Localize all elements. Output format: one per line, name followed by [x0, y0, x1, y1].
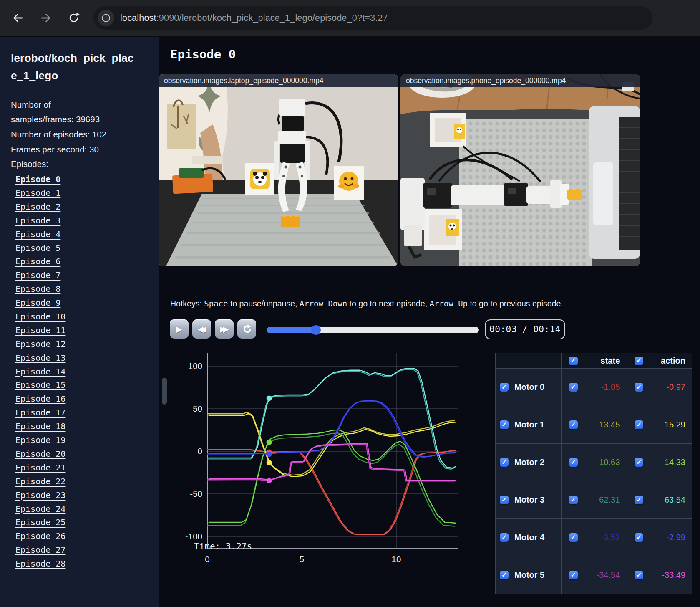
motor-2-action-checkbox[interactable]: [635, 458, 643, 467]
episode-link-episode-13[interactable]: Episode 13: [15, 353, 65, 363]
episode-link-episode-17[interactable]: Episode 17: [15, 407, 65, 417]
episode-link-episode-5[interactable]: Episode 5: [15, 243, 60, 253]
episode-link-episode-16[interactable]: Episode 16: [15, 394, 65, 404]
plot-area: [207, 369, 456, 535]
episode-list-item: Episode 2: [15, 200, 159, 213]
episode-link-episode-2[interactable]: Episode 2: [15, 202, 60, 212]
motor-2-action-value: 14.33: [665, 458, 685, 467]
video-title: observation.images.laptop_episode_000000…: [159, 74, 398, 87]
sticker-card-hug: [334, 166, 364, 200]
table-row-motor-2: Motor 210.6314.33: [496, 444, 692, 481]
page-title: Episode 0: [170, 47, 236, 61]
episode-link-episode-15[interactable]: Episode 15: [15, 380, 65, 390]
episode-link-episode-19[interactable]: Episode 19: [15, 435, 65, 445]
episode-list-item: Episode 16: [15, 392, 159, 406]
table-row-motor-1: Motor 1-13.45-15.29: [496, 406, 692, 444]
episode-link-episode-14[interactable]: Episode 14: [15, 367, 65, 377]
episode-link-episode-12[interactable]: Episode 12: [15, 339, 65, 349]
episode-list: Episode 0Episode 1Episode 2Episode 3Epis…: [0, 172, 159, 571]
episode-list-item: Episode 6: [15, 255, 159, 268]
motor-4-action-value: -2.99: [666, 533, 685, 542]
action-column-label: action: [661, 356, 685, 366]
episode-link-episode-18[interactable]: Episode 18: [15, 421, 65, 431]
motor-0-action-value: -0.97: [666, 382, 685, 392]
action-column-checkbox[interactable]: [635, 357, 643, 365]
chart-line-motor-2-action: [209, 430, 456, 523]
back-icon[interactable]: [8, 8, 28, 28]
motor-4-checkbox[interactable]: [500, 533, 509, 542]
motor-5-state-checkbox[interactable]: [569, 571, 578, 579]
motor-0-checkbox[interactable]: [500, 383, 509, 392]
motor-3-action-value: 63.54: [665, 495, 685, 505]
episode-link-episode-28[interactable]: Episode 28: [15, 559, 65, 569]
episode-list-item: Episode 11: [15, 323, 159, 337]
hotkey-key: Space: [204, 299, 228, 308]
video-laptop[interactable]: observation.images.laptop_episode_000000…: [159, 74, 398, 266]
episode-link-episode-27[interactable]: Episode 27: [15, 545, 65, 555]
motor-5-action-checkbox[interactable]: [635, 571, 643, 579]
x-tick-label: 10: [392, 554, 401, 564]
episode-list-item: Episode 21: [15, 460, 159, 474]
motor-1-state-checkbox[interactable]: [569, 420, 578, 429]
episode-list-item: Episode 22: [15, 474, 159, 488]
dataset-info: Number ofsamples/frames: 39693Number of …: [11, 97, 148, 172]
forward-icon[interactable]: [35, 8, 56, 28]
episode-link-episode-9[interactable]: Episode 9: [15, 298, 60, 308]
episode-link-episode-7[interactable]: Episode 7: [15, 270, 60, 280]
motor-1-checkbox[interactable]: [500, 420, 509, 429]
video-phone[interactable]: observation.images.phone_episode_000000.…: [400, 74, 640, 266]
episode-link-episode-21[interactable]: Episode 21: [15, 463, 65, 473]
reload-icon[interactable]: [63, 8, 84, 28]
episode-link-episode-25[interactable]: Episode 25: [15, 517, 65, 527]
motor-3-state-checkbox[interactable]: [569, 496, 578, 504]
episode-link-episode-10[interactable]: Episode 10: [15, 311, 65, 321]
episode-link-episode-24[interactable]: Episode 24: [15, 504, 65, 514]
motor-chart[interactable]: 100500-50-1000510: [163, 330, 461, 568]
main-content: Episode 0: [159, 37, 700, 607]
orange-brick: [281, 215, 300, 227]
hotkey-key: Arrow Down: [300, 299, 347, 308]
motor-3-checkbox[interactable]: [500, 496, 509, 504]
dataset-title: lerobot/koch_pick_place_1_lego: [11, 50, 136, 85]
hotkey-text: to pause/unpause,: [228, 299, 299, 308]
url-text: localhost:9090/lerobot/koch_pick_place_1…: [120, 13, 388, 23]
state-column-label: state: [601, 356, 620, 366]
white-box-bottom: [424, 209, 462, 250]
url-bar[interactable]: localhost:9090/lerobot/koch_pick_place_1…: [93, 6, 652, 30]
motor-1-action-checkbox[interactable]: [635, 420, 643, 429]
episode-link-episode-6[interactable]: Episode 6: [15, 256, 60, 266]
state-column-checkbox[interactable]: [569, 357, 578, 365]
episode-link-episode-8[interactable]: Episode 8: [15, 284, 60, 294]
current-time-label: Time: 3.27s: [194, 541, 252, 551]
episode-list-item: Episode 24: [15, 502, 159, 516]
episode-link-episode-26[interactable]: Episode 26: [15, 531, 65, 541]
motor-label: Motor 1: [514, 420, 544, 430]
episode-link-episode-11[interactable]: Episode 11: [15, 325, 65, 335]
hotkey-text: to go to previous episode.: [468, 299, 563, 308]
episode-link-episode-20[interactable]: Episode 20: [15, 449, 65, 459]
episode-list-item: Episode 3: [15, 213, 159, 227]
episode-list-item: Episode 13: [15, 351, 159, 364]
site-info-icon[interactable]: [98, 10, 114, 26]
episode-link-episode-1[interactable]: Episode 1: [15, 188, 60, 198]
motor-3-action-checkbox[interactable]: [635, 496, 643, 504]
episode-link-episode-23[interactable]: Episode 23: [15, 490, 65, 500]
motor-5-checkbox[interactable]: [500, 571, 509, 579]
episode-link-episode-4[interactable]: Episode 4: [15, 229, 60, 239]
motor-2-state-checkbox[interactable]: [569, 458, 578, 467]
motor-4-action-checkbox[interactable]: [635, 533, 643, 542]
chart-cursor-dot-motor-4: [267, 452, 272, 457]
motor-4-state-checkbox[interactable]: [569, 533, 578, 542]
episode-link-episode-3[interactable]: Episode 3: [15, 215, 60, 225]
motor-2-checkbox[interactable]: [500, 458, 509, 467]
motor-0-action-checkbox[interactable]: [635, 383, 643, 392]
episode-link-episode-0[interactable]: Episode 0: [15, 174, 60, 184]
motor-0-state-checkbox[interactable]: [569, 383, 578, 392]
table-header-row: state action: [496, 353, 692, 369]
x-tick-label: 5: [300, 554, 304, 564]
motor-label: Motor 3: [514, 495, 544, 505]
motor-label: Motor 2: [514, 458, 544, 467]
episode-link-episode-22[interactable]: Episode 22: [15, 476, 65, 486]
hotkey-text: Hotkeys:: [170, 299, 204, 308]
episode-list-item: Episode 4: [15, 227, 159, 241]
